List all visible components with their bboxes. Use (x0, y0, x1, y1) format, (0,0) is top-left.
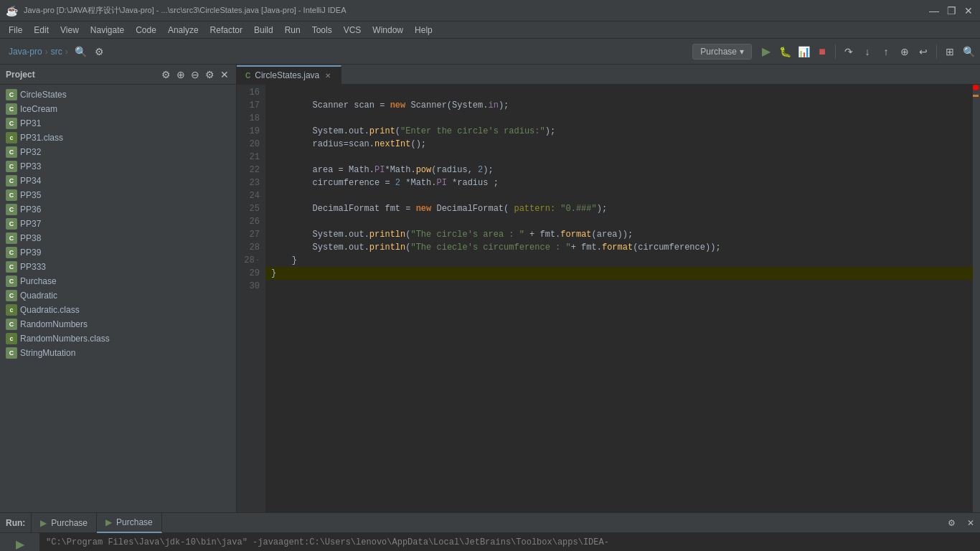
tree-item-label: Quadratic (20, 291, 57, 301)
tree-item[interactable]: C StringMutation (0, 346, 236, 360)
run-tab-purchase1[interactable]: ▶ Purchase (32, 513, 97, 533)
run-close-icon[interactable]: ✕ (961, 515, 980, 531)
tree-item-label: PP31.class (20, 133, 63, 143)
code-area[interactable]: 16 17 18 19 20 21 22 23 24 25 26 27 28 2… (237, 85, 980, 512)
class-icon: C (6, 118, 17, 129)
tree-item[interactable]: C PP333 (0, 260, 236, 274)
tree-item[interactable]: c PP31.class (0, 131, 236, 145)
menu-edit[interactable]: Edit (28, 24, 55, 37)
tree-item-label: PP35 (20, 190, 41, 200)
tree-item[interactable]: c RandomNumbers.class (0, 331, 236, 346)
tree-item-purchase[interactable]: C Purchase (0, 274, 236, 288)
project-header-icons: ⚙ ⊕ ⊖ ⚙ ✕ (160, 67, 230, 82)
run-play-btn[interactable]: ▶ (12, 536, 28, 551)
run-tab-icon2: ▶ (105, 517, 112, 527)
minimize-btn[interactable]: — (928, 5, 940, 17)
menu-vcs[interactable]: VCS (338, 24, 367, 37)
layout-btn[interactable]: ⊞ (941, 43, 958, 60)
class-icon: C (6, 103, 17, 115)
run-tab-icon: ▶ (40, 518, 47, 528)
breadcrumb-project[interactable]: Java-pro (9, 47, 42, 57)
run-sidebar: ▶ ■ ↺ ⬇ ≡ 🖨 🗑 (0, 533, 40, 551)
tree-item[interactable]: C PP37 (0, 217, 236, 231)
tree-item[interactable]: C PP39 (0, 245, 236, 260)
step-out-btn[interactable]: ↑ (877, 43, 895, 60)
tree-item[interactable]: C Quadratic (0, 288, 236, 303)
maximize-btn[interactable]: ❐ (946, 5, 957, 17)
warning-indicator (973, 95, 979, 97)
class-icon: C (6, 146, 17, 158)
tree-item[interactable]: C PP35 (0, 188, 236, 202)
menu-navigate[interactable]: Navigate (85, 24, 130, 37)
tree-item[interactable]: C PP38 (0, 231, 236, 245)
project-close-icon[interactable]: ✕ (219, 67, 230, 82)
error-indicator (973, 85, 979, 90)
project-collapse-icon[interactable]: ⊖ (189, 67, 201, 82)
tab-filename: CircleStates.java (255, 70, 319, 80)
editor-tab-circlestates[interactable]: C CircleStates.java ✕ (237, 65, 341, 84)
menu-refactor[interactable]: Refactor (204, 24, 248, 37)
zoom-btn[interactable]: 🔍 (960, 43, 977, 60)
tree-item-label: PP39 (20, 248, 41, 258)
class-icon: C (6, 89, 17, 100)
breadcrumb-sep1: › (45, 47, 48, 57)
main-layout: Project ⚙ ⊕ ⊖ ⚙ ✕ C CircleStates C IceCr… (0, 65, 980, 512)
step-into-btn[interactable]: ↓ (859, 43, 876, 60)
tree-item[interactable]: C PP34 (0, 174, 236, 188)
tree-item[interactable]: C PP33 (0, 159, 236, 174)
stop-btn[interactable]: ■ (814, 43, 831, 60)
menu-analyze[interactable]: Analyze (162, 24, 204, 37)
menu-code[interactable]: Code (130, 24, 162, 37)
breadcrumb-sep2: › (65, 47, 68, 57)
menu-build[interactable]: Build (248, 24, 279, 37)
tree-item[interactable]: C PP32 (0, 145, 236, 159)
run-settings-icon[interactable]: ⚙ (942, 515, 961, 531)
project-gear-icon[interactable]: ⚙ (204, 67, 216, 82)
tree-item[interactable]: C IceCream (0, 102, 236, 116)
menu-tools[interactable]: Tools (306, 24, 338, 37)
menu-window[interactable]: Window (367, 24, 409, 37)
undo-btn[interactable]: ↩ (915, 43, 932, 60)
code-editor[interactable]: Scanner scan = new Scanner(System.in); S… (265, 85, 973, 512)
run-tab-purchase2[interactable]: ▶ Purchase (97, 513, 162, 533)
class-icon: C (6, 218, 17, 230)
settings-icon[interactable]: ⚙ (91, 43, 108, 60)
run-tab-name: Purchase (51, 518, 88, 528)
breadcrumb-src[interactable]: src (51, 47, 62, 57)
class-icon: C (6, 232, 17, 244)
menu-help[interactable]: Help (409, 24, 438, 37)
win-controls: — ❐ ✕ (928, 5, 974, 17)
tree-item[interactable]: C RandomNumbers (0, 317, 236, 331)
run-tab-label[interactable]: Run: (0, 513, 32, 533)
project-settings-icon[interactable]: ⚙ (160, 67, 172, 82)
classfile-icon: c (6, 132, 17, 143)
search-files-icon[interactable]: 🔍 (72, 43, 90, 60)
tree-item[interactable]: C CircleStates (0, 88, 236, 102)
purchase-dropdown-icon: ▾ (740, 47, 744, 57)
project-expand-icon[interactable]: ⊕ (175, 67, 187, 82)
classfile-icon: c (6, 333, 17, 344)
menu-file[interactable]: File (3, 24, 28, 37)
tab-icon: C (245, 72, 250, 80)
menu-run[interactable]: Run (279, 24, 306, 37)
tree-item[interactable]: C PP31 (0, 116, 236, 131)
class-icon: C (6, 189, 17, 201)
purchase-button[interactable]: Purchase ▾ (692, 44, 752, 60)
class-icon: C (6, 204, 17, 215)
tab-close-btn[interactable]: ✕ (324, 71, 332, 80)
coverage-btn[interactable]: 📊 (795, 43, 812, 60)
tree-item[interactable]: C PP36 (0, 202, 236, 217)
run-output[interactable]: "C:\Program Files\Java\jdk-10\bin\java" … (40, 533, 980, 551)
tree-item-label: PP34 (20, 176, 41, 186)
editor-area: C CircleStates.java ✕ 16 17 18 19 20 21 … (237, 65, 980, 512)
evaluate-btn[interactable]: ⊕ (896, 43, 913, 60)
run-btn[interactable]: ▶ (758, 43, 775, 60)
menu-view[interactable]: View (55, 24, 85, 37)
tree-item-label: PP333 (20, 262, 46, 272)
close-btn[interactable]: ✕ (963, 5, 974, 17)
tree-item[interactable]: c Quadratic.class (0, 303, 236, 317)
debug-btn[interactable]: 🐛 (776, 43, 793, 60)
scroll-indicator-bar (973, 85, 980, 512)
step-over-btn[interactable]: ↷ (840, 43, 857, 60)
tree-item-label: PP32 (20, 147, 41, 157)
